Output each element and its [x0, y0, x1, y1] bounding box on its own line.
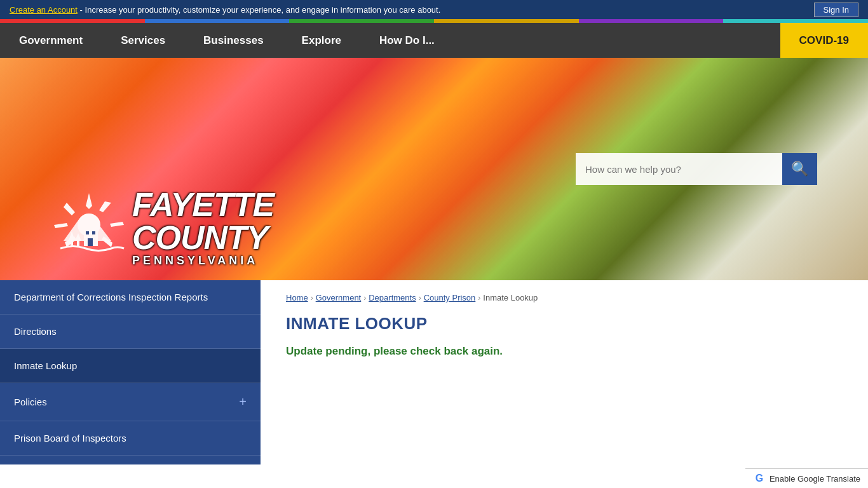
svg-rect-19	[89, 223, 94, 231]
sidebar-item-policies[interactable]: Policies +	[0, 383, 261, 421]
nav-item-government[interactable]: Government	[0, 23, 102, 58]
nav-item-how-do-i[interactable]: How Do I...	[360, 23, 454, 58]
search-button[interactable]: 🔍	[782, 153, 817, 185]
search-box: 🔍	[576, 153, 817, 185]
breadcrumb-sep-2: ›	[363, 294, 366, 302]
breadcrumb-government[interactable]: Government	[316, 293, 362, 302]
svg-marker-5	[64, 203, 75, 215]
sidebar-item-inmate-lookup[interactable]: Inmate Lookup	[0, 349, 261, 383]
nav-item-services[interactable]: Services	[102, 23, 184, 58]
svg-marker-2	[99, 201, 111, 212]
svg-marker-1	[86, 193, 92, 209]
breadcrumb-sep-1: ›	[311, 294, 313, 302]
logo-state-name: Pennsylvania	[132, 254, 318, 268]
google-translate-bar[interactable]: G Enable Google Translate	[745, 468, 868, 488]
sidebar-item-directions[interactable]: Directions	[0, 315, 261, 349]
breadcrumb-county-prison[interactable]: County Prison	[424, 293, 476, 302]
breadcrumb-sep-3: ›	[419, 294, 421, 302]
svg-rect-18	[88, 238, 93, 246]
logo-text: Fayette County Pennsylvania	[132, 188, 318, 268]
svg-marker-6	[54, 223, 68, 228]
breadcrumb-sep-4: ›	[478, 294, 480, 302]
hero-section: Fayette County Pennsylvania 🔍	[0, 58, 868, 280]
sidebar: Department of Corrections Inspection Rep…	[0, 280, 261, 464]
breadcrumb: Home › Government › Departments › County…	[286, 293, 843, 302]
nav-item-covid[interactable]: COVID-19	[780, 23, 868, 58]
main-content: Home › Government › Departments › County…	[261, 280, 868, 464]
sidebar-item-dept-corrections[interactable]: Department of Corrections Inspection Rep…	[0, 280, 261, 315]
page-message: Update pending, please check back again.	[286, 345, 843, 358]
svg-rect-13	[71, 241, 73, 246]
breadcrumb-home[interactable]: Home	[286, 293, 308, 302]
google-translate-icon: G	[753, 472, 766, 485]
breadcrumb-departments[interactable]: Departments	[369, 293, 416, 302]
color-bar-yellow	[434, 19, 579, 23]
content-wrapper: Department of Corrections Inspection Rep…	[0, 280, 868, 464]
svg-rect-16	[86, 231, 89, 234]
logo-county-name: Fayette County	[132, 188, 318, 254]
breadcrumb-current: Inmate Lookup	[483, 293, 538, 302]
google-translate-label: Enable Google Translate	[770, 474, 860, 484]
main-nav: Government Services Businesses Explore H…	[0, 23, 868, 58]
search-input[interactable]	[576, 153, 782, 185]
nav-item-explore[interactable]: Explore	[283, 23, 360, 58]
svg-rect-14	[77, 241, 79, 246]
color-bar-purple	[579, 19, 724, 23]
sign-in-button[interactable]: Sign In	[814, 3, 858, 17]
create-account-link[interactable]: Create an Account	[10, 5, 78, 15]
search-icon: 🔍	[791, 161, 808, 177]
svg-rect-17	[92, 231, 95, 234]
policies-expand-icon: +	[239, 395, 247, 409]
nav-item-businesses[interactable]: Businesses	[184, 23, 283, 58]
svg-marker-3	[110, 222, 124, 227]
site-logo: Fayette County Pennsylvania	[51, 188, 318, 268]
logo-emblem-svg	[51, 190, 127, 266]
page-title: Inmate Lookup	[286, 314, 843, 334]
sidebar-item-prison-board[interactable]: Prison Board of Inspectors	[0, 421, 261, 456]
banner-message: - Increase your productivity, customize …	[80, 5, 441, 15]
top-banner: Create an Account - Increase your produc…	[0, 0, 868, 19]
